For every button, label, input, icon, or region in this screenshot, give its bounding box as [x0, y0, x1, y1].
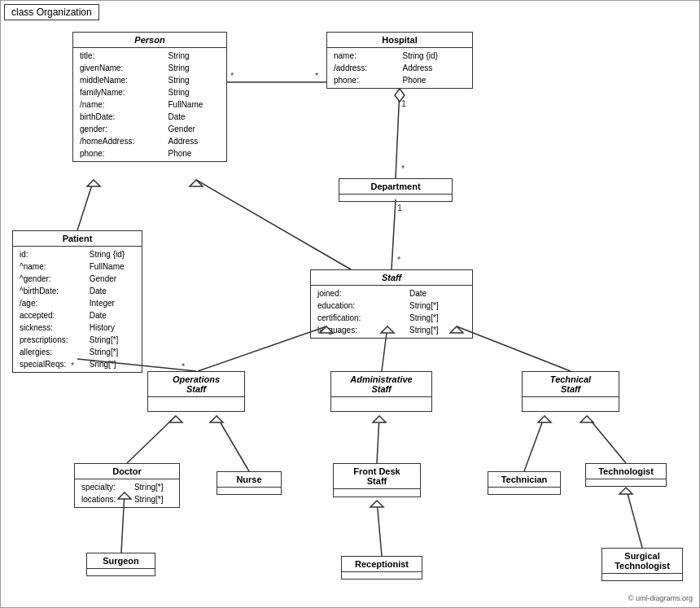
svg-line-15 [196, 180, 351, 269]
class-receptionist-header: Receptionist [342, 557, 422, 572]
svg-marker-35 [580, 416, 593, 422]
class-nurse: Nurse [217, 471, 282, 495]
class-front-desk-staff: Front DeskStaff [333, 463, 421, 497]
class-person-header: Person [73, 33, 226, 48]
svg-text:*: * [182, 361, 186, 371]
svg-text:*: * [397, 255, 401, 265]
class-doctor: Doctor specialty:String[*] locations:Str… [74, 463, 180, 508]
class-surgeon-body [87, 569, 155, 575]
svg-text:1: 1 [401, 98, 406, 108]
svg-line-40 [626, 488, 642, 548]
class-surgical-technologist-header: SurgicalTechnologist [602, 549, 682, 574]
svg-text:*: * [315, 71, 319, 81]
title-text: class Organization [11, 7, 92, 18]
class-person-body: title:String givenName:String middleName… [73, 48, 226, 161]
diagram-title: class Organization [4, 4, 99, 20]
class-staff-body: joined:Date education:String[*] certific… [311, 286, 472, 338]
class-technician: Technician [488, 471, 561, 495]
class-surgeon-header: Surgeon [87, 553, 155, 569]
svg-line-38 [377, 501, 382, 556]
class-operations-staff-body [148, 397, 244, 404]
class-department: Department [339, 178, 453, 202]
svg-text:*: * [230, 71, 234, 81]
class-patient-body: id:String {id} ^name:FullName ^gender:Ge… [13, 247, 142, 372]
svg-marker-29 [210, 416, 223, 422]
class-technologist: Technologist [585, 463, 667, 487]
class-technician-header: Technician [488, 472, 560, 488]
class-administrative-staff-body [331, 397, 431, 404]
svg-marker-7 [395, 89, 405, 102]
class-front-desk-staff-body [334, 489, 420, 496]
svg-marker-41 [619, 488, 632, 494]
svg-line-13 [77, 180, 94, 230]
class-staff: Staff joined:Date education:String[*] ce… [310, 269, 473, 339]
class-technical-staff: TechnicalStaff [522, 371, 619, 412]
class-patient: Patient id:String {id} ^name:FullName ^g… [12, 230, 142, 373]
svg-line-10 [392, 199, 396, 269]
class-administrative-staff-header: AdministrativeStaff [331, 372, 431, 397]
class-surgical-technologist: SurgicalTechnologist [602, 548, 683, 581]
svg-marker-14 [87, 180, 100, 186]
svg-line-20 [198, 326, 326, 371]
class-technician-body [488, 488, 560, 494]
class-front-desk-staff-header: Front DeskStaff [334, 464, 420, 489]
class-staff-header: Staff [311, 270, 472, 286]
svg-text:1: 1 [397, 203, 402, 212]
class-administrative-staff: AdministrativeStaff [330, 371, 432, 412]
svg-line-34 [587, 416, 626, 463]
class-technologist-body [586, 479, 666, 486]
class-doctor-header: Doctor [75, 464, 179, 479]
diagram-container: class Organization Person title:String g… [0, 0, 700, 608]
svg-marker-27 [169, 416, 182, 422]
svg-line-24 [457, 326, 571, 371]
class-technologist-header: Technologist [586, 464, 666, 479]
class-technical-staff-body [523, 397, 619, 404]
svg-line-6 [396, 89, 400, 178]
svg-marker-31 [373, 416, 386, 422]
class-technical-staff-header: TechnicalStaff [523, 372, 619, 397]
svg-line-30 [377, 416, 379, 463]
svg-line-28 [217, 416, 249, 471]
class-operations-staff-header: OperationsStaff [148, 372, 244, 397]
class-surgical-technologist-body [602, 574, 682, 580]
svg-marker-16 [190, 180, 203, 186]
class-receptionist: Receptionist [341, 556, 422, 580]
svg-marker-33 [538, 416, 551, 422]
class-doctor-body: specialty:String[*] locations:String[*] [75, 479, 179, 507]
class-nurse-header: Nurse [217, 472, 281, 488]
svg-marker-39 [370, 501, 383, 507]
class-hospital-header: Hospital [327, 33, 472, 48]
class-department-header: Department [339, 179, 452, 195]
class-hospital: Hospital name:String {id} /address:Addre… [326, 32, 473, 89]
class-receptionist-body [342, 572, 422, 579]
class-surgeon: Surgeon [86, 553, 155, 576]
class-operations-staff: OperationsStaff [147, 371, 245, 412]
class-person: Person title:String givenName:String mid… [72, 32, 227, 162]
svg-text:*: * [401, 164, 405, 173]
class-department-body [339, 195, 452, 201]
svg-line-32 [524, 416, 545, 471]
class-hospital-body: name:String {id} /address:Address phone:… [327, 48, 472, 88]
class-patient-header: Patient [13, 231, 142, 247]
svg-line-26 [127, 416, 176, 463]
class-nurse-body [217, 488, 281, 494]
copyright-text: © uml-diagrams.org [628, 594, 693, 602]
